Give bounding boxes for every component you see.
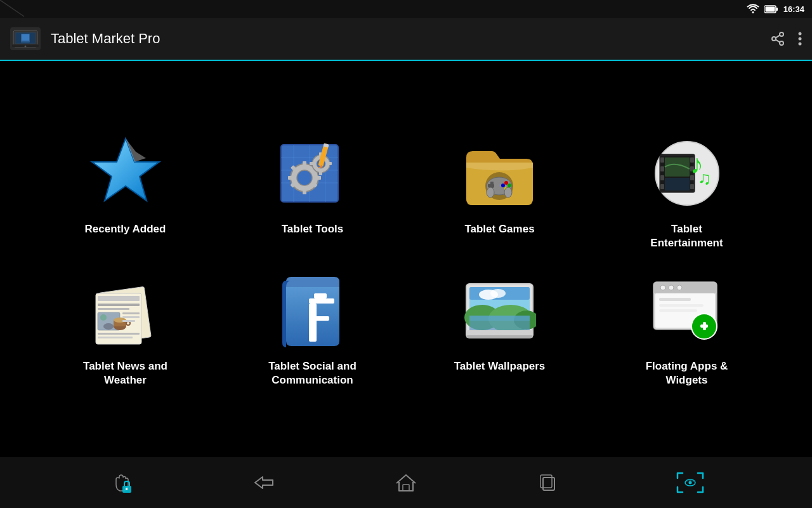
tablet-wallpapers-icon-wrapper xyxy=(459,269,541,352)
svg-line-0 xyxy=(0,0,24,17)
svg-rect-76 xyxy=(98,304,140,306)
svg-rect-89 xyxy=(122,316,140,318)
grid-row-1: Recently Added xyxy=(38,132,774,250)
recently-added-icon-wrapper xyxy=(84,132,167,215)
svg-point-56 xyxy=(487,187,494,197)
svg-rect-90 xyxy=(122,320,135,322)
svg-line-15 xyxy=(776,35,780,37)
svg-rect-93 xyxy=(309,304,317,342)
wifi-icon xyxy=(747,4,759,14)
hand-lock-button[interactable] xyxy=(103,464,141,502)
screenshot-button[interactable] xyxy=(671,464,709,502)
svg-rect-117 xyxy=(659,309,697,312)
tablet-news-item[interactable]: Tablet News andWeather xyxy=(56,269,195,387)
tablet-wallpapers-item[interactable]: Tablet Wallpapers xyxy=(430,269,570,373)
tablet-games-item[interactable]: Tablet Games xyxy=(430,132,570,236)
svg-rect-105 xyxy=(469,316,530,321)
tablet-entertainment-icon: ♪ ♫ xyxy=(652,138,722,208)
tablet-tools-label: Tablet Tools xyxy=(282,222,344,236)
svg-point-53 xyxy=(508,184,511,187)
svg-rect-33 xyxy=(288,176,294,180)
svg-point-79 xyxy=(100,314,107,321)
svg-point-52 xyxy=(504,181,508,185)
battery-icon xyxy=(764,5,778,13)
tablet-wallpapers-label: Tablet Wallpapers xyxy=(454,359,546,373)
svg-rect-94 xyxy=(309,316,329,321)
svg-rect-115 xyxy=(659,298,691,301)
tablet-tools-icon-wrapper xyxy=(272,132,354,215)
svg-point-113 xyxy=(677,285,682,290)
svg-point-112 xyxy=(669,285,674,290)
tablet-games-icon xyxy=(463,138,536,208)
main-content: Recently Added xyxy=(0,62,812,457)
svg-rect-34 xyxy=(315,176,321,180)
tablet-social-icon xyxy=(281,274,344,347)
floating-apps-icon-wrapper xyxy=(646,269,728,352)
svg-point-100 xyxy=(490,289,506,298)
nav-bar xyxy=(0,457,812,508)
overflow-menu-button[interactable] xyxy=(798,31,802,46)
svg-point-30 xyxy=(297,170,312,185)
svg-text:♫: ♫ xyxy=(698,168,711,188)
svg-rect-124 xyxy=(543,478,554,490)
svg-rect-43 xyxy=(310,162,314,165)
svg-rect-116 xyxy=(659,304,704,307)
recent-apps-button[interactable] xyxy=(529,464,567,502)
svg-rect-92 xyxy=(309,298,334,304)
toolbar-actions xyxy=(770,31,802,46)
tablet-news-label: Tablet News andWeather xyxy=(83,359,167,387)
share-button[interactable] xyxy=(770,31,785,46)
svg-point-57 xyxy=(504,187,512,197)
home-button[interactable] xyxy=(387,464,425,502)
app-title: Tablet Market Pro xyxy=(51,30,770,47)
svg-rect-31 xyxy=(303,161,306,167)
svg-point-1 xyxy=(752,11,754,13)
tablet-games-icon-wrapper xyxy=(459,132,541,215)
tablet-tools-item[interactable]: Tablet Tools xyxy=(243,132,383,236)
tablet-tools-icon xyxy=(278,138,348,208)
scratch-icon xyxy=(0,0,25,18)
svg-point-11 xyxy=(25,46,27,48)
svg-rect-32 xyxy=(303,189,306,194)
svg-rect-75 xyxy=(98,296,140,301)
svg-rect-120 xyxy=(703,322,706,330)
svg-point-54 xyxy=(501,184,505,187)
svg-rect-44 xyxy=(327,162,332,165)
svg-rect-107 xyxy=(466,335,533,338)
svg-rect-3 xyxy=(776,8,778,11)
svg-rect-91 xyxy=(314,293,327,298)
svg-rect-9 xyxy=(22,34,29,41)
app-bar: Tablet Market Pro xyxy=(0,18,812,61)
recently-added-item[interactable]: Recently Added xyxy=(56,132,195,236)
svg-marker-20 xyxy=(92,138,159,201)
svg-line-16 xyxy=(776,39,780,42)
tablet-entertainment-item[interactable]: ♪ ♫ TabletEntertainment xyxy=(617,132,757,250)
svg-point-127 xyxy=(689,481,692,485)
svg-point-17 xyxy=(799,32,802,36)
svg-rect-70 xyxy=(665,178,690,190)
floating-apps-label: Floating Apps &Widgets xyxy=(646,359,728,387)
svg-rect-51 xyxy=(490,182,494,188)
svg-rect-122 xyxy=(126,488,128,490)
tablet-wallpapers-icon xyxy=(463,281,536,341)
svg-rect-77 xyxy=(98,308,129,310)
svg-point-111 xyxy=(660,285,665,290)
tablet-entertainment-label: TabletEntertainment xyxy=(650,222,723,250)
svg-point-19 xyxy=(799,43,802,46)
svg-rect-68 xyxy=(690,184,694,189)
tablet-entertainment-icon-wrapper: ♪ ♫ xyxy=(646,132,728,215)
svg-rect-62 xyxy=(660,166,664,171)
tablet-social-item[interactable]: Tablet Social andCommunication xyxy=(243,269,383,387)
svg-rect-123 xyxy=(403,485,409,491)
status-bar: 16:34 xyxy=(0,0,812,18)
svg-rect-64 xyxy=(660,184,664,189)
tablet-news-icon xyxy=(91,276,160,345)
app-logo-icon xyxy=(10,27,41,50)
tablet-social-label: Tablet Social andCommunication xyxy=(268,359,357,387)
svg-rect-61 xyxy=(660,157,664,163)
tablet-games-label: Tablet Games xyxy=(464,222,534,236)
svg-rect-42 xyxy=(319,171,322,175)
floating-apps-item[interactable]: Floating Apps &Widgets xyxy=(617,269,757,387)
clock: 16:34 xyxy=(783,4,804,14)
back-button[interactable] xyxy=(245,464,283,502)
